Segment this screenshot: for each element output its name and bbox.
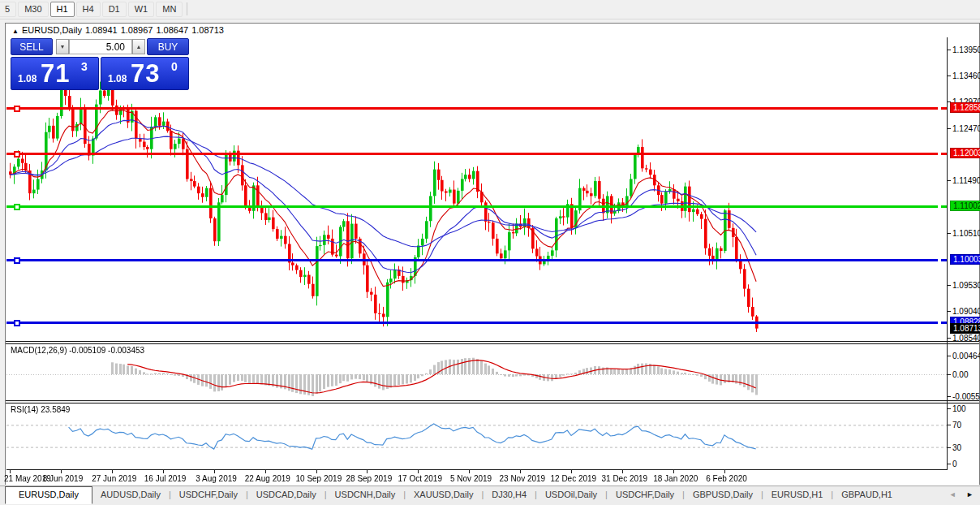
date-axis-tick xyxy=(724,470,725,473)
sell-price-prefix: 1.08 xyxy=(18,73,37,84)
tab-usdchf-daily[interactable]: USDCHF,Daily xyxy=(171,486,246,503)
rsi-indicator-chart[interactable] xyxy=(6,404,947,470)
tab-gbpaud-h1[interactable]: GBPAUD,H1 xyxy=(833,486,900,503)
x-axis-label: 17 Oct 2019 xyxy=(398,474,441,483)
sell-button[interactable]: SELL xyxy=(11,38,53,55)
chart-title-bar: ▲EURUSD,Daily1.089411.089671.086471.0871… xyxy=(6,24,979,37)
macd-axis-label: 0.004643 xyxy=(952,352,980,360)
x-axis-label: 31 Dec 2019 xyxy=(601,474,647,483)
date-axis-tick xyxy=(520,470,521,473)
rsi-axis-label: 100 xyxy=(952,404,966,413)
x-axis-label: 10 Sep 2019 xyxy=(295,474,342,483)
tab-xauusd-daily[interactable]: XAUUSD,Daily xyxy=(406,486,481,503)
macd-name: MACD(12,26,9) xyxy=(11,346,67,355)
price-axis-tick xyxy=(948,338,951,339)
timeframe-button-h1[interactable]: H1 xyxy=(50,2,75,17)
macd-label: MACD(12,26,9) -0.005109 -0.003453 xyxy=(11,346,144,355)
date-axis-tick xyxy=(112,470,113,473)
macd-axis-label: -0.005574 xyxy=(952,392,980,401)
x-axis-label: 22 Aug 2019 xyxy=(245,474,290,483)
buy-price-panel[interactable]: 1.08 73 0 xyxy=(101,57,189,90)
buy-price-prefix: 1.08 xyxy=(108,73,127,84)
rsi-value: 23.5849 xyxy=(41,405,70,414)
date-axis-tick xyxy=(418,470,419,473)
rsi-axis-tick xyxy=(948,464,951,464)
rsi-axis-label: 70 xyxy=(952,421,961,429)
sell-price-panel[interactable]: 1.08 71 3 xyxy=(11,57,99,90)
buy-button[interactable]: BUY xyxy=(147,38,189,55)
price-level-label: 1.11002 xyxy=(950,201,980,211)
timeframe-button-m30[interactable]: M30 xyxy=(18,2,48,17)
volume-decrease-button[interactable]: ▼ xyxy=(56,39,69,54)
rsi-name: RSI(14) xyxy=(11,405,38,414)
rsi-axis-label: 30 xyxy=(952,443,961,452)
panel-splitter[interactable] xyxy=(6,400,979,404)
date-axis-tick xyxy=(622,470,623,473)
x-axis-label: 6 Feb 2020 xyxy=(706,474,747,483)
x-axis-label: 8 Jun 2019 xyxy=(43,474,84,483)
date-axis-tick xyxy=(265,470,266,473)
rsi-axis-label: 0 xyxy=(952,460,957,468)
price-axis-tick xyxy=(948,233,951,234)
one-click-trading-widget: SELL ▼ 5.00 ▲ BUY 1.08 71 3 1.08 73 0 xyxy=(9,38,191,90)
x-axis-label: 5 Nov 2019 xyxy=(450,474,492,483)
tab-eurusd-daily[interactable]: EURUSD,Daily xyxy=(5,486,92,504)
price-axis-tick xyxy=(948,180,951,181)
sell-price-pip: 3 xyxy=(81,60,88,73)
ohlc-low: 1.08647 xyxy=(156,25,188,35)
timeframe-button-5[interactable]: 5 xyxy=(0,2,16,17)
price-axis-label: 1.08540 xyxy=(952,334,980,343)
price-level-label: 1.10003 xyxy=(950,254,980,265)
tab-usdcnh-daily[interactable]: USDCNH,Daily xyxy=(327,486,404,503)
date-axis-tick xyxy=(214,470,215,473)
tab-scroll-right-icon[interactable]: ► xyxy=(966,490,974,499)
tab-eurusd-h1[interactable]: EURUSD,H1 xyxy=(763,486,832,503)
timeframe-toolbar: 5M30H1H4D1W1MN xyxy=(0,0,980,19)
tab-audusd-daily[interactable]: AUDUSD,Daily xyxy=(92,486,169,503)
price-axis-label: 1.13950 xyxy=(952,45,980,54)
rsi-axis-tick xyxy=(948,447,951,448)
macd-axis-tick xyxy=(948,374,951,375)
tab-dj30-h4[interactable]: DJ30,H4 xyxy=(484,486,535,503)
macd-axis-tick xyxy=(948,396,951,397)
rsi-axis-tick xyxy=(948,425,951,425)
date-axis-tick xyxy=(316,470,317,473)
tab-usdcad-daily[interactable]: USDCAD,Daily xyxy=(248,486,325,503)
price-axis-label: 1.11490 xyxy=(952,176,980,185)
ohlc-close: 1.08713 xyxy=(191,25,224,35)
price-level-label: 1.08713 xyxy=(950,323,980,334)
price-axis-label: 1.09040 xyxy=(952,307,980,316)
ohlc-open: 1.08941 xyxy=(85,25,118,35)
price-axis-label: 1.10510 xyxy=(952,229,980,238)
price-axis-tick xyxy=(948,285,951,286)
tab-gbpusd-daily[interactable]: GBPUSD,Daily xyxy=(685,486,761,503)
x-axis-label: 23 Nov 2019 xyxy=(499,474,545,483)
date-axis-tick xyxy=(673,470,674,473)
volume-increase-button[interactable]: ▲ xyxy=(132,39,145,54)
rsi-axis-tick xyxy=(948,408,951,409)
buy-price-pip: 0 xyxy=(171,60,178,73)
chart-tab-bar: EURUSD,DailyAUDUSD,Daily|USDCHF,Daily|US… xyxy=(0,486,980,505)
price-level-label: 1.12858 xyxy=(950,102,980,113)
date-axis-tick xyxy=(61,470,62,473)
date-axis-tick xyxy=(367,470,368,473)
x-axis-label: 3 Aug 2019 xyxy=(196,474,237,483)
date-axis-tick xyxy=(163,470,164,473)
price-axis-tick xyxy=(948,128,951,129)
tab-usdoil-daily[interactable]: USDOil,Daily xyxy=(537,486,605,503)
panel-splitter[interactable] xyxy=(6,341,979,344)
toolbar-separator xyxy=(187,2,187,15)
price-axis-tick xyxy=(948,76,951,76)
timeframe-button-h4[interactable]: H4 xyxy=(76,2,101,17)
collapse-chart-icon[interactable]: ▲ xyxy=(12,28,19,35)
timeframe-button-mn[interactable]: MN xyxy=(156,2,183,17)
chart-window: ▲EURUSD,Daily1.089411.089671.086471.0871… xyxy=(5,23,980,485)
tab-scroll-left-icon[interactable]: ◄ xyxy=(949,490,956,499)
timeframe-button-w1[interactable]: W1 xyxy=(128,2,155,17)
timeframe-button-d1[interactable]: D1 xyxy=(102,2,127,17)
price-axis-label: 1.09530 xyxy=(952,281,980,290)
tab-usdchf-daily[interactable]: USDCHF,Daily xyxy=(608,486,682,503)
macd-indicator-chart[interactable] xyxy=(6,344,947,400)
mt4-application: 5M30H1H4D1W1MN ▲EURUSD,Daily1.089411.089… xyxy=(0,0,980,505)
volume-input[interactable]: 5.00 xyxy=(69,39,132,54)
